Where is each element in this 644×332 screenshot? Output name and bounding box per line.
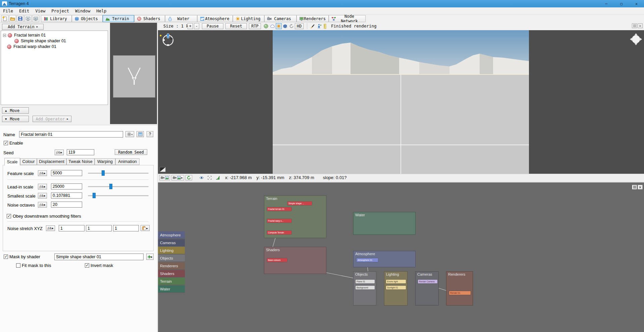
camera-heading-gizmo[interactable]: 0 90: [159, 31, 176, 48]
node-network-pane[interactable]: Atmosphere Cameras Lighting Objects Rend…: [158, 182, 644, 332]
move-up-button[interactable]: ▲ Move: [2, 107, 29, 114]
category-terrain[interactable]: Terrain: [158, 278, 185, 285]
continuous-update-toggle[interactable]: [288, 23, 294, 29]
zoom-in-button[interactable]: +: [187, 23, 193, 29]
preview-viewport[interactable]: 0 90: [158, 30, 644, 174]
show-terrain-toggle[interactable]: [263, 23, 269, 29]
copy-paste-button[interactable]: ▶: [141, 225, 150, 231]
tab-node-network[interactable]: Node Network: [329, 15, 366, 22]
slider-thumb[interactable]: [102, 170, 105, 176]
node-fractal-warp-shader[interactable]: Fractal warp s...: [267, 219, 291, 223]
slope-info-toggle[interactable]: [214, 175, 221, 180]
add-terrain-button[interactable]: Add Terrain ▶: [2, 24, 44, 30]
hd-button[interactable]: HD: [295, 23, 304, 29]
node-fractal-terrain[interactable]: Fractal terrain 01: [267, 207, 291, 211]
category-renderers[interactable]: Renderers: [158, 262, 185, 270]
node-simple-shape-shader[interactable]: Simple shape ...: [287, 202, 312, 205]
noise-octaves-input[interactable]: [51, 202, 82, 208]
tree-item-simple-shape-shader[interactable]: Simple shape shader 01: [14, 38, 66, 44]
tab-tweak-noise[interactable]: Tweak Noise: [66, 158, 95, 165]
category-cameras[interactable]: Cameras: [158, 239, 185, 246]
new-project-button[interactable]: [1, 15, 8, 22]
enable-checkbox[interactable]: [4, 141, 8, 145]
tab-terrain[interactable]: Terrain: [103, 15, 134, 22]
paint-mask-button[interactable]: [310, 23, 316, 29]
tab-lighting[interactable]: Lighting: [233, 15, 264, 22]
open-3d-preview-button[interactable]: 3D: [32, 15, 39, 22]
menu-window[interactable]: Window: [72, 8, 93, 14]
tab-animation[interactable]: Animation: [115, 158, 140, 165]
category-lighting[interactable]: Lighting: [158, 247, 185, 254]
menu-help[interactable]: Help: [93, 8, 109, 14]
node-atmosphere-01[interactable]: Atmosphere 01: [357, 258, 378, 262]
slider-thumb[interactable]: [109, 184, 112, 189]
noise-stretch-x-input[interactable]: [59, 225, 85, 231]
seed-animation-button[interactable]: ƒA ▶: [55, 150, 64, 155]
collapse-icon[interactable]: [3, 34, 6, 37]
lead-in-scale-fn-button[interactable]: ƒA▶: [38, 184, 47, 189]
tree-item-fractal-terrain[interactable]: Fractal terrain 01: [3, 33, 46, 38]
save-project-button[interactable]: [17, 15, 24, 22]
noise-stretch-fn-button[interactable]: ƒA▶: [46, 225, 55, 231]
zoom-out-button[interactable]: -: [194, 23, 199, 29]
smallest-scale-slider[interactable]: [88, 195, 149, 196]
add-operator-button[interactable]: Add Operator ▶: [33, 116, 71, 122]
node-background[interactable]: Background: [356, 286, 375, 289]
open-render-view-button[interactable]: R: [24, 15, 32, 22]
lead-in-scale-slider[interactable]: [88, 186, 149, 187]
terrain-minimap[interactable]: [113, 55, 155, 98]
noise-octaves-fn-button[interactable]: ƒA▶: [38, 202, 47, 208]
group-water[interactable]: Water: [353, 212, 416, 235]
help-button[interactable]: ?: [147, 131, 153, 137]
tab-scale[interactable]: Scale: [4, 158, 20, 165]
maximize-button[interactable]: ▢: [614, 0, 629, 7]
node-render-01[interactable]: Render 01: [449, 291, 471, 295]
mask-by-shader-checkbox[interactable]: [4, 255, 8, 259]
feature-scale-fn-button[interactable]: ƒA▶: [38, 170, 47, 176]
render-this-view-button[interactable]: [159, 175, 170, 180]
feature-scale-slider[interactable]: [88, 173, 149, 174]
undock-pane-button[interactable]: [632, 23, 637, 28]
refresh-view-button[interactable]: [185, 175, 192, 180]
tab-warping[interactable]: Warping: [95, 158, 115, 165]
tab-shaders[interactable]: Shaders: [134, 15, 165, 22]
menu-edit[interactable]: Edit: [16, 8, 32, 14]
close-button[interactable]: ✕: [629, 0, 644, 7]
lead-in-scale-input[interactable]: [51, 183, 82, 189]
feature-scale-input[interactable]: [51, 170, 82, 176]
seed-input[interactable]: [67, 149, 94, 155]
mask-shader-input[interactable]: [54, 254, 144, 260]
orbit-navigation-ball[interactable]: [630, 33, 642, 46]
invert-mask-checkbox[interactable]: [85, 263, 89, 268]
tab-objects[interactable]: Objects: [72, 15, 103, 22]
close-pane-button[interactable]: [638, 23, 643, 28]
pause-button[interactable]: Pause: [202, 23, 223, 29]
tab-cameras[interactable]: Cameras: [264, 15, 297, 22]
group-cameras[interactable]: Cameras: [415, 271, 439, 306]
noise-stretch-y-input[interactable]: [86, 225, 112, 231]
undock-pane-button[interactable]: [632, 185, 637, 189]
measure-tool-button[interactable]: [322, 23, 328, 29]
smallest-scale-input[interactable]: [51, 192, 82, 199]
show-clouds-toggle[interactable]: [269, 23, 275, 29]
walk-mode-button[interactable]: [316, 23, 322, 29]
exposure-icon[interactable]: [160, 167, 166, 172]
tab-library[interactable]: Library: [41, 15, 72, 22]
move-textures-toggle[interactable]: [282, 23, 288, 29]
node-settings-button[interactable]: ▾: [125, 131, 134, 137]
node-sunlight-01[interactable]: Sunlight 01: [386, 286, 406, 289]
category-shaders[interactable]: Shaders: [158, 270, 185, 277]
preview-node-button[interactable]: [137, 131, 144, 137]
reset-button[interactable]: Reset: [225, 23, 247, 29]
menu-view[interactable]: View: [32, 8, 48, 14]
noise-stretch-z-input[interactable]: [113, 225, 139, 231]
random-seed-button[interactable]: Random Seed: [115, 149, 147, 155]
group-renderers[interactable]: Renderers: [446, 271, 473, 306]
node-base-colours[interactable]: Base colours: [267, 258, 287, 262]
crosshair-toggle[interactable]: [206, 175, 213, 180]
tree-item-fractal-warp-shader[interactable]: Fractal warp shader 01: [7, 44, 56, 49]
smallest-scale-fn-button[interactable]: ƒA▶: [38, 193, 47, 199]
node-render-camera[interactable]: Render Camera: [418, 280, 437, 283]
node-plane-01[interactable]: Plane 01: [356, 280, 375, 283]
open-project-button[interactable]: [9, 15, 16, 22]
